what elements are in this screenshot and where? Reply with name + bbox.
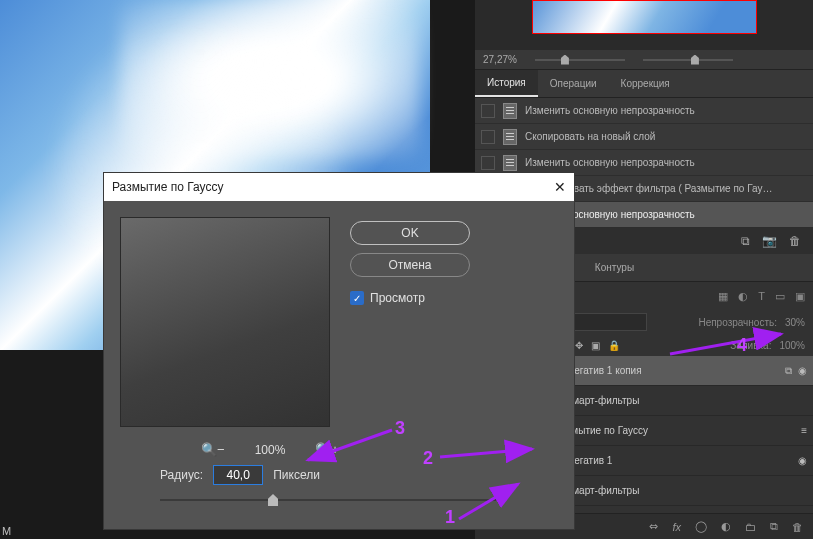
filter-settings-icon[interactable]: ≡	[801, 425, 807, 436]
smart-icon[interactable]: ◉	[798, 365, 807, 377]
fill-value[interactable]: 100%	[779, 340, 805, 351]
radius-slider[interactable]	[160, 499, 500, 501]
history-item[interactable]: Скопировать на новый слой	[475, 124, 813, 150]
document-icon	[503, 129, 517, 145]
radius-label: Радиус:	[160, 468, 203, 482]
tab-paths[interactable]: Контуры	[583, 254, 646, 281]
nav-slider-2[interactable]	[643, 59, 733, 61]
filter-shape-icon[interactable]: ▭	[775, 290, 785, 303]
group-icon[interactable]: 🗀	[745, 521, 756, 533]
zoom-in-icon[interactable]: 🔍+	[315, 442, 339, 457]
document-icon	[503, 103, 517, 119]
opacity-value[interactable]: 30%	[785, 317, 805, 328]
navigator-thumb[interactable]	[532, 0, 757, 34]
dialog-zoom-pct: 100%	[255, 443, 286, 457]
nav-slider-1[interactable]	[535, 59, 625, 61]
lock-icon[interactable]: 🔒	[608, 340, 620, 351]
status-m: M	[2, 525, 11, 537]
fx-icon[interactable]: fx	[672, 521, 681, 533]
annotation-4: 4	[737, 335, 747, 356]
adjustment-icon[interactable]: ◐	[721, 520, 731, 533]
new-snapshot-icon[interactable]: ⧉	[741, 234, 750, 248]
opacity-label: Непрозрачность:	[698, 317, 777, 328]
preview-checkbox[interactable]: ✓	[350, 291, 364, 305]
gaussian-blur-dialog: Размытие по Гауссу ✕ OK Отмена ✓ Просмот…	[103, 172, 575, 530]
move-icon[interactable]: ✥	[575, 340, 583, 351]
dialog-titlebar[interactable]: Размытие по Гауссу ✕	[104, 173, 574, 201]
radius-unit: Пиксели	[273, 468, 320, 482]
cancel-button[interactable]: Отмена	[350, 253, 470, 277]
link-layers-icon[interactable]: ⇔	[649, 520, 658, 533]
mask-icon[interactable]: ◯	[695, 520, 707, 533]
document-icon	[503, 155, 517, 171]
history-item[interactable]: Изменить основную непрозрачность	[475, 98, 813, 124]
filter-pixel-icon[interactable]: ▦	[718, 290, 728, 303]
tab-adjustments[interactable]: Коррекция	[609, 70, 682, 97]
camera-icon[interactable]: 📷	[762, 234, 777, 248]
annotation-3: 3	[395, 418, 405, 439]
tab-history[interactable]: История	[475, 70, 538, 97]
smart-icon[interactable]: ◉	[798, 455, 807, 466]
ok-button[interactable]: OK	[350, 221, 470, 245]
trash-icon[interactable]: 🗑	[792, 521, 803, 533]
document-zoom: 27,27%	[483, 54, 517, 65]
link-icon[interactable]: ⧉	[785, 365, 792, 377]
new-layer-icon[interactable]: ⧉	[770, 520, 778, 533]
trash-icon[interactable]: 🗑	[789, 234, 801, 248]
filter-smart-icon[interactable]: ▣	[795, 290, 805, 303]
dialog-title: Размытие по Гауссу	[112, 180, 223, 194]
tab-actions[interactable]: Операции	[538, 70, 609, 97]
annotation-2: 2	[423, 448, 433, 469]
annotation-1: 1	[445, 507, 455, 528]
history-panel-tabs: История Операции Коррекция	[475, 70, 813, 98]
artboard-icon[interactable]: ▣	[591, 340, 600, 351]
dialog-preview[interactable]	[120, 217, 330, 427]
preview-label: Просмотр	[370, 291, 425, 305]
zoom-out-icon[interactable]: 🔍−	[201, 442, 225, 457]
radius-input[interactable]	[213, 465, 263, 485]
filter-adjust-icon[interactable]: ◐	[738, 290, 748, 303]
close-icon[interactable]: ✕	[554, 179, 566, 195]
filter-type-icon[interactable]: T	[758, 290, 765, 303]
slider-knob[interactable]	[268, 494, 278, 506]
navigator-thumb-bar	[475, 0, 813, 50]
